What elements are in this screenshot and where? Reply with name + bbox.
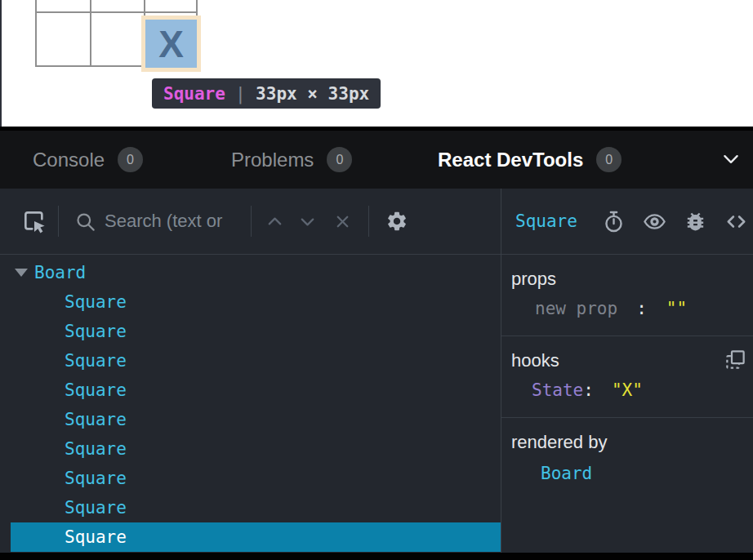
hooks-section-title: hooks [511, 350, 753, 371]
devtools-window: X Square | 33px × 33px Console 0 Problem… [0, 0, 753, 560]
details-panel: Square [501, 189, 753, 553]
new-prop-input[interactable]: new prop [535, 299, 617, 318]
hook-colon: : [583, 380, 594, 400]
components-panel: Board Square Square Square Square Square… [0, 189, 501, 553]
log-to-console-bug-icon[interactable] [684, 210, 707, 233]
tree-item-square[interactable]: Square [11, 317, 501, 346]
tab-label: Console [33, 149, 105, 171]
tree-item-square-selected[interactable]: Square [11, 522, 501, 552]
component-name: Square [65, 292, 127, 312]
component-name: Square [65, 439, 127, 459]
tree-item-square[interactable]: Square [11, 493, 501, 522]
component-name: Square [65, 527, 127, 547]
tab-react-devtools[interactable]: React DevTools 0 [438, 131, 622, 189]
props-section-title: props [511, 269, 753, 290]
selected-component-title: Square [515, 211, 577, 231]
toolbar-divider [58, 206, 59, 237]
tab-badge: 0 [596, 147, 622, 172]
tab-label: Problems [231, 149, 314, 171]
grid-line [35, 11, 198, 13]
window-left-edge [0, 0, 2, 127]
browser-viewport: X Square | 33px × 33px [0, 0, 753, 127]
component-name: Square [65, 410, 127, 429]
previous-result-icon[interactable] [265, 212, 284, 231]
inspect-dom-eye-icon[interactable] [643, 210, 666, 233]
tree-item-board[interactable]: Board [0, 258, 501, 287]
inspect-tooltip: Square | 33px × 33px [152, 78, 381, 109]
details-toolbar: Square [501, 189, 753, 255]
tab-console[interactable]: Console 0 [33, 131, 143, 189]
toolbar-divider [251, 206, 252, 237]
component-name: Board [34, 263, 86, 282]
rendered-by-board-link[interactable]: Board [511, 464, 592, 483]
view-source-code-icon[interactable] [724, 210, 748, 233]
chevron-down-icon[interactable] [720, 149, 742, 170]
react-devtools-panel: Board Square Square Square Square Square… [0, 189, 753, 553]
tab-badge: 0 [118, 147, 143, 172]
tooltip-separator: | [235, 83, 246, 104]
tooltip-component-name: Square [163, 84, 225, 104]
tab-label: React DevTools [438, 149, 583, 171]
tab-badge: 0 [327, 147, 352, 172]
inspect-highlight[interactable]: X [141, 16, 201, 72]
toolbar-divider [368, 206, 369, 237]
props-section: props new prop : "" [501, 255, 753, 336]
search-input[interactable] [105, 211, 243, 232]
tree-item-square[interactable]: Square [11, 376, 501, 405]
components-toolbar [0, 189, 501, 255]
highlighted-square-cell[interactable]: X [145, 20, 197, 68]
tree-item-square[interactable]: Square [11, 287, 501, 317]
bottom-border [0, 553, 753, 560]
tab-problems[interactable]: Problems 0 [231, 131, 352, 189]
grid-line [90, 0, 91, 67]
expand-arrow-icon[interactable] [15, 269, 28, 277]
inspect-element-icon[interactable] [21, 208, 47, 234]
next-result-icon[interactable] [298, 212, 317, 231]
square-cell-value: X [158, 25, 184, 63]
component-name: Square [65, 351, 127, 371]
prop-colon: : [636, 299, 647, 318]
hook-value[interactable]: "X" [612, 380, 643, 400]
component-name: Square [65, 498, 127, 518]
rendered-by-section: rendered by Board [501, 418, 753, 553]
hooks-section: hooks State : "X" [501, 336, 753, 418]
hook-row[interactable]: State : "X" [511, 380, 753, 400]
parse-hook-names-icon[interactable] [724, 349, 746, 371]
component-tree: Board Square Square Square Square Square… [0, 255, 501, 553]
component-name: Square [65, 322, 127, 341]
tree-item-square[interactable]: Square [11, 464, 501, 493]
tree-item-square[interactable]: Square [11, 434, 501, 464]
tree-item-square[interactable]: Square [11, 346, 501, 376]
hook-name: State [532, 380, 583, 400]
rendered-by-title: rendered by [511, 432, 753, 453]
clear-search-icon[interactable] [333, 212, 352, 231]
settings-gear-icon[interactable] [385, 210, 408, 233]
tree-item-square[interactable]: Square [11, 405, 501, 434]
suspend-timer-icon[interactable] [602, 210, 626, 233]
prop-value[interactable]: "" [666, 299, 687, 318]
grid-line [35, 0, 37, 67]
search-icon [74, 211, 96, 233]
component-name: Square [65, 469, 127, 488]
devtools-tabbar: Console 0 Problems 0 React DevTools 0 [0, 127, 753, 189]
prop-row[interactable]: new prop : "" [511, 299, 753, 318]
tooltip-dimensions: 33px × 33px [256, 84, 369, 104]
component-name: Square [65, 380, 127, 400]
